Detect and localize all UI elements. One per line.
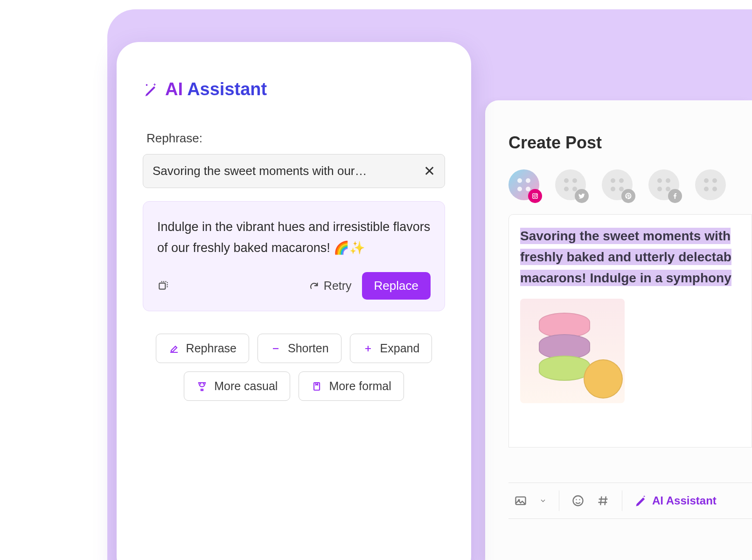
media-dropdown[interactable] <box>539 497 547 504</box>
svg-rect-10 <box>314 383 320 390</box>
instagram-icon <box>528 189 542 203</box>
shorten-pill-label: Shorten <box>288 342 329 355</box>
facebook-icon <box>668 189 682 203</box>
more-formal-pill-label: More formal <box>329 379 391 393</box>
svg-point-5 <box>573 496 583 506</box>
rephrase-input[interactable]: Savoring the sweet moments with our… ✕ <box>143 154 445 188</box>
post-caption-area[interactable]: Savoring the sweet moments with freshly … <box>508 214 752 448</box>
svg-point-1 <box>534 195 536 197</box>
rephrase-input-text: Savoring the sweet moments with our… <box>153 164 367 178</box>
rephrase-label: Rephrase: <box>146 131 445 146</box>
replace-button[interactable]: Replace <box>362 272 431 300</box>
create-post-panel: Create Post <box>485 100 752 560</box>
rephrase-pill-label: Rephrase <box>186 342 237 355</box>
post-image-thumbnail[interactable] <box>520 299 625 403</box>
media-button[interactable] <box>514 494 527 507</box>
account-twitter[interactable] <box>555 169 586 200</box>
hashtag-button[interactable] <box>597 494 610 507</box>
magic-wand-icon <box>143 82 159 98</box>
svg-rect-9 <box>159 283 165 289</box>
account-selector-row <box>508 169 752 200</box>
more-formal-pill[interactable]: More formal <box>299 371 404 401</box>
svg-point-8 <box>146 84 148 86</box>
account-extra[interactable] <box>695 169 726 200</box>
svg-point-2 <box>536 194 537 195</box>
ai-title-part-2: Assistant <box>187 79 267 99</box>
pinterest-icon <box>621 189 635 203</box>
expand-pill-label: Expand <box>380 342 420 355</box>
ai-title-part-1: AI <box>165 79 187 99</box>
account-pinterest[interactable] <box>602 169 633 200</box>
ai-assistant-header: AI Assistant <box>143 79 445 99</box>
svg-point-7 <box>579 499 580 500</box>
rephrase-pill[interactable]: Rephrase <box>156 334 249 363</box>
retry-button[interactable]: Retry <box>309 279 352 293</box>
result-text: Indulge in the vibrant hues and irresist… <box>157 217 431 258</box>
more-casual-pill-label: More casual <box>214 379 278 393</box>
retry-label: Retry <box>324 279 352 293</box>
result-box: Indulge in the vibrant hues and irresist… <box>143 201 445 311</box>
account-facebook[interactable] <box>648 169 679 200</box>
action-pills-row: Rephrase Shorten Expand More casual More… <box>143 334 445 401</box>
emoji-button[interactable] <box>571 494 585 507</box>
post-editor-toolbar: AI Assistant <box>508 483 752 519</box>
ai-assistant-panel: AI Assistant Rephrase: Savoring the swee… <box>117 42 471 560</box>
more-casual-pill[interactable]: More casual <box>184 371 290 401</box>
clear-input-icon[interactable]: ✕ <box>424 163 435 179</box>
svg-point-6 <box>576 499 577 500</box>
expand-pill[interactable]: Expand <box>350 334 432 363</box>
shorten-pill[interactable]: Shorten <box>258 334 341 363</box>
ai-assistant-toolbar-label: AI Assistant <box>652 494 717 507</box>
twitter-icon <box>575 189 589 203</box>
copy-button[interactable] <box>157 279 169 293</box>
account-instagram[interactable] <box>508 169 539 200</box>
create-post-title: Create Post <box>508 133 752 153</box>
ai-assistant-toolbar-button[interactable]: AI Assistant <box>634 494 717 507</box>
caption-selected-text: Savoring the sweet moments with freshly … <box>520 228 731 286</box>
